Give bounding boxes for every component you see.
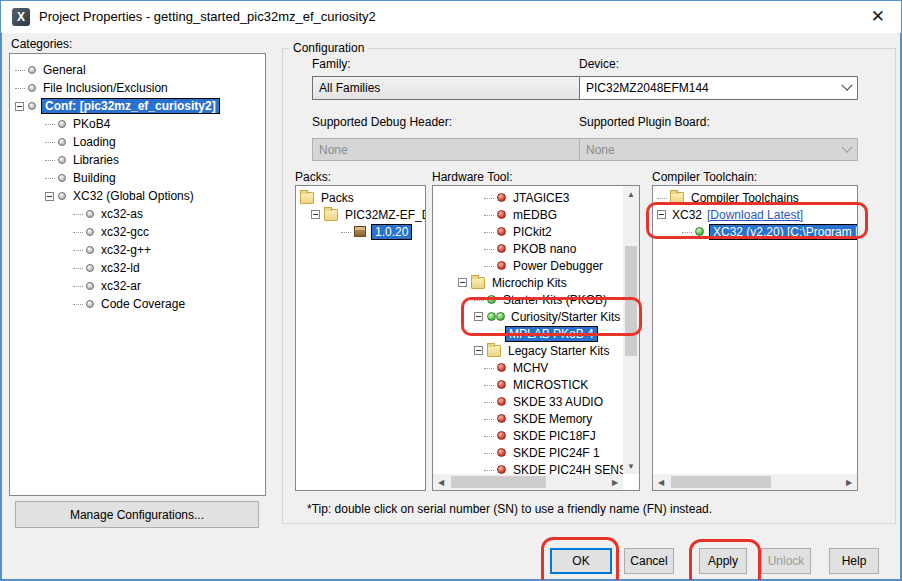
packs-tree-panel: Packs PIC32MZ-EF_DFP 1.0.20 [295,185,426,491]
expander-icon[interactable] [15,102,24,111]
window-title: Project Properties - getting_started_pic… [39,1,376,33]
tree-item[interactable]: Loading [10,133,265,151]
tree-item[interactable]: PICkit2 [433,223,622,240]
folder-icon [471,277,485,289]
device-label: Device: [579,57,619,71]
tree-item[interactable]: PKOB nano [433,240,622,257]
categories-tree: General File Inclusion/Exclusion Conf: [… [10,58,265,313]
manage-configurations-button[interactable]: Manage Configurations... [15,501,259,528]
device-select[interactable]: PIC32MZ2048EFM144 [579,76,858,100]
debug-header-label: Supported Debug Header: [312,115,452,129]
folder-icon [487,345,501,357]
tree-line-stub [483,209,495,221]
tree-item[interactable]: Packs [296,189,425,206]
tree-item[interactable]: File Inclusion/Exclusion [10,79,265,97]
tree-item[interactable]: Starter Kits (PKOB) [433,291,622,308]
tree-item[interactable]: XC32 [Download Latest] [653,206,857,223]
tree-item[interactable]: Libraries [10,151,265,169]
tree-line-stub [483,447,495,459]
dot-gray-icon [58,192,66,200]
expander-icon[interactable] [474,312,483,321]
scroll-right-icon[interactable]: ▶ [607,474,623,490]
tree-item[interactable]: XC32 (Global Options) [10,187,265,205]
dot-red-icon [497,363,506,372]
scroll-left-icon[interactable]: ◀ [653,474,669,490]
dot-red-icon [497,210,506,219]
tree-line-stub [72,226,84,238]
family-label: Family: [312,57,351,71]
expander-icon[interactable] [311,210,320,219]
tree-item[interactable]: mEDBG [433,206,622,223]
tree-item[interactable]: xc32-as [10,205,265,223]
categories-tree-panel: General File Inclusion/Exclusion Conf: [… [9,53,266,496]
expander-icon[interactable] [45,192,54,201]
apply-button[interactable]: Apply [699,548,747,574]
help-button[interactable]: Help [829,548,879,574]
tree-item[interactable]: Microchip Kits [433,274,622,291]
download-latest-link[interactable]: [Download Latest] [707,208,803,222]
dot-gray-icon [58,120,66,128]
tree-item[interactable]: Building [10,169,265,187]
scrollbar-thumb[interactable] [671,476,771,488]
horizontal-scrollbar[interactable]: ◀ ▶ [653,474,857,490]
tree-item[interactable]: General [10,61,265,79]
tree-line-stub [473,294,485,306]
tree-item[interactable]: xc32-ld [10,259,265,277]
tree-item[interactable]: Compiler Toolchains [653,189,857,206]
tree-item[interactable]: PIC32MZ-EF_DFP [296,206,425,223]
dot-gray-icon [28,102,36,110]
scroll-down-icon[interactable]: ▼ [623,458,639,474]
scrollbar-thumb[interactable] [451,476,546,488]
cancel-button[interactable]: Cancel [624,548,674,574]
tree-item[interactable]: MCHV [433,359,622,376]
dot-gray-icon [58,138,66,146]
tree-item[interactable]: JTAGICE3 [433,189,622,206]
tree-line-stub [656,192,668,204]
expander-icon[interactable] [474,346,483,355]
tree-line-stub [14,82,26,94]
tree-line-stub [44,136,56,148]
horizontal-scrollbar[interactable]: ◀ ▶ [433,474,623,490]
tree-item[interactable]: xc32-ar [10,277,265,295]
dot-gray-icon [86,228,94,236]
dot-gray-icon [86,282,94,290]
dot-red-icon [497,414,506,423]
compiler-toolchain-label: Compiler Toolchain: [652,170,757,184]
expander-icon[interactable] [657,210,666,219]
tree-item[interactable]: PKoB4 [10,115,265,133]
dot-green-icon [487,295,496,304]
ok-button[interactable]: OK [550,548,612,574]
tree-line-stub [681,226,693,238]
scroll-up-icon[interactable]: ▲ [623,186,639,202]
tree-item[interactable]: XC32 (v2.20) [C:\Program Files (x [653,223,857,240]
dot-green-double-icon [487,312,504,321]
expander-icon[interactable] [458,278,467,287]
dot-red-icon [497,193,506,202]
scroll-right-icon[interactable]: ▶ [841,474,857,490]
scrollbar-thumb[interactable] [625,246,637,356]
tree-line-stub [483,413,495,425]
folder-icon [300,192,314,204]
tree-item[interactable]: SKDE PIC24F 1 [433,444,622,461]
tree-item[interactable]: xc32-gcc [10,223,265,241]
vertical-scrollbar[interactable]: ▲ ▼ [623,186,639,474]
close-icon[interactable]: ✕ [871,7,885,27]
tree-item[interactable]: MICROSTICK [433,376,622,393]
tree-item[interactable]: Power Debugger [433,257,622,274]
device-value: PIC32MZ2048EFM144 [586,81,843,95]
tree-item[interactable]: Conf: [pic32mz_ef_curiosity2] [10,97,265,115]
scroll-left-icon[interactable]: ◀ [433,474,449,490]
tree-item[interactable]: Curiosity/Starter Kits ( [433,308,622,325]
tree-item[interactable]: Code Coverage [10,295,265,313]
tree-item[interactable]: MPLAB PKoB 4 [433,325,622,342]
tree-item[interactable]: SKDE Memory [433,410,622,427]
tree-item[interactable]: xc32-g++ [10,241,265,259]
categories-label: Categories: [11,37,72,51]
tree-item[interactable]: SKDE PIC18FJ [433,427,622,444]
tree-item[interactable]: SKDE 33 AUDIO [433,393,622,410]
plugin-board-label: Supported Plugin Board: [579,115,710,129]
configuration-group-label: Configuration [289,41,368,55]
tree-item[interactable]: 1.0.20 [296,223,425,240]
dot-gray-icon [58,156,66,164]
tree-item[interactable]: Legacy Starter Kits [433,342,622,359]
